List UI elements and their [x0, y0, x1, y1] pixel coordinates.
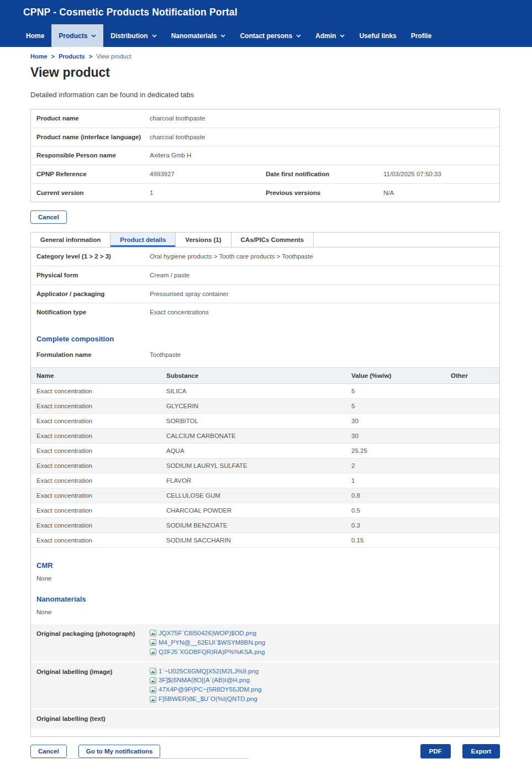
- nav-item-label: Profile: [411, 32, 431, 40]
- file-link[interactable]: 1`~U025C6GMQ]X52(M2LJ%9.png: [150, 667, 262, 676]
- formulation-name-value: Toothpaste: [150, 350, 181, 360]
- breadcrumb-link-home[interactable]: Home: [30, 53, 48, 60]
- table-row: Exact concentrationSODIUM LAURYL SULFATE…: [31, 458, 499, 473]
- summary-row-cpnp-reference: CPNP Reference 4993927 Date first notifi…: [31, 165, 499, 184]
- nav-item-products[interactable]: Products: [51, 24, 103, 47]
- row-name: Exact concentration: [31, 507, 166, 514]
- file-name: JQX75F`C8I50426)WOP)$OD.png: [159, 629, 256, 637]
- nav-item-distribution[interactable]: Distribution: [103, 24, 164, 47]
- chevron-down-icon: [91, 34, 96, 38]
- file-link[interactable]: F]5BWER)8E_$U`O(%I(QNTD.png: [150, 695, 262, 703]
- formulation-name-label: Formulation name: [31, 350, 150, 360]
- column-header-other: Other: [451, 372, 499, 379]
- nav-item-label: Admin: [315, 32, 336, 40]
- physical-form-value: Cream / paste: [150, 271, 189, 280]
- breadcrumb-separator: >: [51, 53, 55, 60]
- table-row: Exact concentrationGLYCERIN5: [31, 399, 499, 414]
- row-name: Exact concentration: [31, 522, 166, 529]
- nav-item-contact-persons[interactable]: Contact persons: [233, 24, 308, 47]
- file-link[interactable]: 3F]$(6NMA{8O[(A`(AB)I@H.png: [150, 676, 262, 684]
- chevron-down-icon: [220, 34, 225, 38]
- cancel-button-top[interactable]: Cancel: [30, 210, 67, 224]
- chevron-down-icon: [340, 34, 345, 38]
- summary-row-responsible-person: Responsible Person name Axitera Gmb H: [31, 146, 499, 165]
- row-substance: SODIUM LAURYL SULFATE: [166, 462, 351, 469]
- row-value: 30: [351, 433, 451, 439]
- row-other: [451, 522, 499, 529]
- row-other: [451, 433, 499, 439]
- product-details-panel: Category level (1 > 2 > 3) Oral hygiene …: [31, 247, 499, 736]
- physical-form-label: Physical form: [31, 271, 150, 280]
- row-value: 0.5: [351, 507, 451, 514]
- breadcrumb-link-products[interactable]: Products: [59, 53, 85, 60]
- row-substance: CELLULOSE GUM: [166, 492, 351, 499]
- tab-general-information[interactable]: General information: [31, 233, 110, 247]
- applicator-value: Pressurised spray container: [150, 289, 229, 299]
- current-version-label: Current version: [31, 188, 150, 198]
- original-packaging-label: Original packaging (photograph): [31, 629, 150, 639]
- row-name: Exact concentration: [31, 537, 166, 544]
- category-level-label: Category level (1 > 2 > 3): [31, 252, 150, 261]
- nav-item-nanomaterials[interactable]: Nanomaterials: [164, 24, 233, 47]
- packaging-files: JQX75F`C8I50426)WOP)$OD.png M4_PYN@__62E…: [150, 629, 265, 656]
- detail-row-physical-form: Physical form Cream / paste: [31, 266, 499, 285]
- file-link[interactable]: M4_PYN@__62EUI`$WSYM8BN.png: [150, 639, 265, 647]
- row-value: 2: [351, 462, 451, 469]
- product-name-value: charcoal toothpaste: [150, 114, 205, 123]
- tab-product-details[interactable]: Product details: [110, 233, 176, 247]
- row-substance: CHARCOAL POWDER: [166, 507, 351, 514]
- nav-item-useful-links[interactable]: Useful links: [352, 24, 403, 47]
- row-name: Exact concentration: [31, 477, 166, 484]
- image-file-icon: [150, 630, 156, 636]
- product-name-label: Product name: [31, 114, 150, 123]
- nav-item-label: Products: [59, 32, 87, 40]
- product-name-interface-label: Product name (interface language): [31, 133, 150, 142]
- go-to-my-notifications-button[interactable]: Go to My notifications: [78, 745, 161, 758]
- row-name: Exact concentration: [31, 403, 166, 409]
- tab-versions[interactable]: Versions (1): [176, 233, 231, 247]
- notification-type-label: Notification type: [31, 308, 150, 317]
- breadcrumb: Home > Products > View product: [30, 53, 500, 60]
- summary-row-product-name: Product name charcoal toothpaste: [31, 109, 499, 128]
- responsible-person-label: Responsible Person name: [31, 151, 150, 160]
- file-link[interactable]: Q2FJ5`XGDBFQR)RA)P%%KSA.png: [150, 648, 265, 656]
- row-value: 0.15: [351, 537, 451, 544]
- chevron-down-icon: [152, 34, 157, 38]
- image-file-icon: [150, 696, 156, 703]
- row-substance: SODIUM SACCHARIN: [166, 537, 351, 544]
- row-other: [451, 388, 499, 394]
- image-file-icon: [150, 639, 156, 646]
- bottom-actions: Cancel Go to My notifications PDF Export: [30, 744, 500, 758]
- pdf-button[interactable]: PDF: [420, 744, 451, 758]
- nanomaterials-heading: Nanomaterials: [36, 595, 499, 603]
- app-header: CPNP - Cosmetic Products Notification Po…: [0, 0, 532, 24]
- file-name: 47X4P@9P(PC~{5R8DY55JDM.png: [159, 686, 262, 694]
- table-row: Exact concentrationSODIUM SACCHARIN0.15: [31, 533, 499, 548]
- labelling-image-files: 1`~U025C6GMQ]X52(M2LJ%9.png 3F]$(6NMA{8O…: [150, 667, 262, 704]
- file-name: Q2FJ5`XGDBFQR)RA)P%%KSA.png: [159, 648, 265, 656]
- column-header-substance: Substance: [166, 372, 351, 379]
- cancel-button-bottom[interactable]: Cancel: [30, 745, 67, 758]
- nav-item-admin[interactable]: Admin: [308, 24, 352, 47]
- date-first-notification-label: Date first notification: [266, 170, 383, 179]
- file-link[interactable]: JQX75F`C8I50426)WOP)$OD.png: [150, 629, 265, 637]
- composition-table: Name Substance Value (%w/w) Other Exact …: [31, 367, 499, 548]
- cmr-heading: CMR: [36, 561, 499, 570]
- breadcrumb-current: View product: [96, 53, 131, 60]
- row-other: [451, 403, 499, 409]
- attachment-row-packaging: Original packaging (photograph) JQX75F`C…: [31, 624, 499, 662]
- nav-item-label: Distribution: [110, 32, 148, 40]
- file-link[interactable]: 47X4P@9P(PC~{5R8DY55JDM.png: [150, 686, 262, 694]
- tab-cas-pics-comments[interactable]: CAs/PICs Comments: [231, 233, 314, 247]
- export-button[interactable]: Export: [462, 744, 500, 758]
- nav-item-home[interactable]: Home: [19, 24, 51, 47]
- nav-item-label: Useful links: [359, 32, 396, 40]
- row-name: Exact concentration: [31, 462, 166, 469]
- summary-row-product-name-interface: Product name (interface language) charco…: [31, 128, 499, 147]
- row-other: [451, 447, 499, 454]
- responsible-person-value: Axitera Gmb H: [150, 151, 191, 160]
- table-row: Exact concentrationSODIUM BENZOATE0.3: [31, 518, 499, 533]
- row-name: Exact concentration: [31, 433, 166, 439]
- nav-item-profile[interactable]: Profile: [404, 24, 439, 47]
- row-substance: SILICA: [166, 388, 351, 394]
